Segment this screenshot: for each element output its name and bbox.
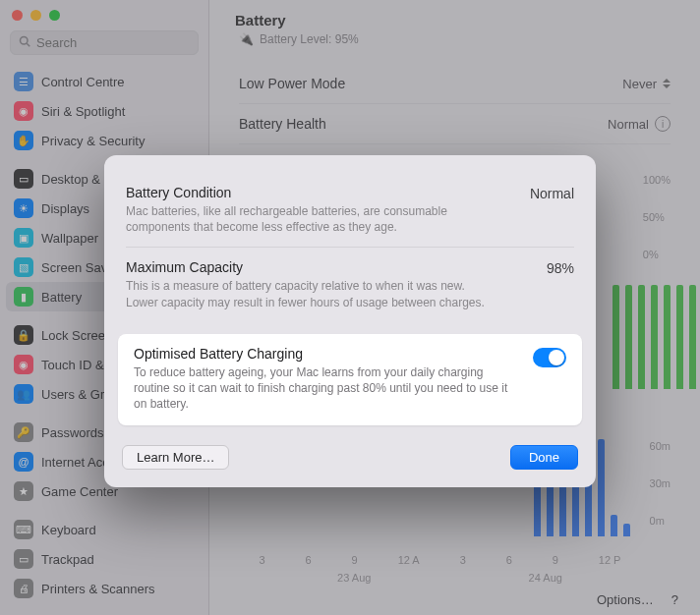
content-footer: Options… ? (597, 592, 678, 607)
row-low-power[interactable]: Low Power Mode Never (239, 64, 671, 104)
sidebar-item-printers[interactable]: 🖨Printers & Scanners (6, 574, 203, 603)
search-field[interactable] (36, 35, 202, 50)
sidebar-item-label: Control Centre (41, 75, 125, 89)
ytick: 50% (643, 211, 671, 223)
ytick: 0m (650, 515, 671, 527)
battery-health-dialog: Battery Condition Mac batteries, like al… (104, 155, 596, 487)
svg-line-1 (27, 43, 29, 46)
toggle-knob (549, 350, 564, 365)
chevron-updown-icon (663, 79, 671, 88)
help-button[interactable]: ? (671, 592, 678, 607)
sidebar-item-privacy[interactable]: ✋Privacy & Security (6, 126, 203, 155)
x-dates: 23 Aug 24 Aug (259, 572, 641, 584)
users-icon: 👥 (14, 384, 33, 404)
plug-icon: 🔌 (239, 32, 254, 46)
keyboard-icon: ⌨ (14, 520, 33, 539)
learn-more-button[interactable]: Learn More… (122, 445, 229, 470)
row-value[interactable]: Normal i (608, 116, 671, 132)
card-description: To reduce battery ageing, your Mac learn… (134, 364, 517, 413)
printer-icon: 🖨 (14, 579, 33, 598)
row-battery-condition: Battery Condition Mac batteries, like al… (126, 173, 574, 247)
minimize-window[interactable] (30, 10, 41, 21)
sidebar-item-control-centre[interactable]: ☰Control Centre (6, 67, 203, 96)
sidebar-item-siri[interactable]: ◉Siri & Spotlight (6, 96, 203, 126)
sidebar-item-trackpad[interactable]: ▭Trackpad (6, 544, 203, 574)
sidebar-item-label: Privacy & Security (41, 134, 145, 148)
done-button[interactable]: Done (510, 445, 578, 470)
row-maximum-capacity: Maximum Capacity This is a measure of ba… (126, 247, 574, 321)
fingerprint-icon: ◉ (14, 355, 33, 374)
display-icon: ☀ (14, 198, 33, 218)
game-icon: ★ (14, 481, 33, 501)
close-window[interactable] (12, 10, 23, 21)
at-icon: @ (14, 452, 33, 472)
info-icon[interactable]: i (655, 116, 671, 132)
row-battery-health[interactable]: Battery Health Normal i (239, 104, 671, 144)
health-value: Normal (608, 117, 649, 132)
row-label: Battery Condition (126, 185, 510, 200)
lock-icon: 🔒 (14, 325, 33, 345)
window-controls (0, 0, 208, 27)
ytick: 100% (643, 174, 671, 186)
trackpad-icon: ▭ (14, 549, 33, 569)
ytick: 30m (650, 477, 671, 489)
row-value: 98% (547, 259, 574, 309)
row-description: This is a measure of battery capacity re… (126, 278, 499, 309)
key-icon: 🔑 (14, 422, 33, 442)
toggles-icon: ☰ (14, 72, 33, 91)
row-label: Battery Health (239, 116, 326, 132)
battery-icon: ▮ (14, 287, 33, 307)
x-hours: 3 6 9 12 A 3 6 9 12 P (239, 554, 641, 566)
search-input[interactable] (10, 30, 199, 55)
siri-icon: ◉ (14, 101, 33, 121)
sidebar-item-label: Printers & Scanners (41, 582, 155, 596)
sidebar-item-label: Lock Screen (41, 328, 112, 343)
fullscreen-window[interactable] (49, 10, 60, 21)
battery-level-text: Battery Level: 95% (260, 32, 359, 46)
optimised-charging-card: Optimised Battery Charging To reduce bat… (118, 334, 582, 426)
sidebar-item-label: Passwords (41, 425, 104, 440)
row-value[interactable]: Never (622, 77, 671, 91)
options-button[interactable]: Options… (597, 592, 654, 607)
sidebar-item-label: Game Center (41, 484, 118, 499)
optimised-charging-toggle[interactable] (533, 348, 566, 367)
sidebar-item-label: Wallpaper (41, 231, 98, 246)
hand-icon: ✋ (14, 131, 33, 150)
ytick: 0% (643, 249, 671, 260)
sidebar-item-label: Siri & Spotlight (41, 104, 125, 119)
page-subtitle: 🔌 Battery Level: 95% (239, 32, 671, 46)
ytick: 60m (650, 440, 671, 452)
card-label: Optimised Battery Charging (134, 346, 517, 362)
dropdown-value: Never (622, 77, 657, 91)
row-description: Mac batteries, like all rechargeable bat… (126, 203, 499, 235)
row-label: Maximum Capacity (126, 259, 527, 275)
page-title: Battery (235, 12, 286, 28)
sidebar-item-label: Trackpad (41, 552, 94, 567)
dock-icon: ▭ (14, 169, 33, 189)
search-icon (19, 35, 30, 50)
sidebar-item-label: Keyboard (41, 523, 96, 537)
row-value: Normal (530, 185, 574, 235)
battery-level-bars (612, 281, 696, 389)
sidebar-item-label: Battery (41, 290, 82, 305)
wallpaper-icon: ▣ (14, 228, 33, 248)
sidebar-item-label: Displays (41, 201, 89, 216)
sidebar-item-keyboard[interactable]: ⌨Keyboard (6, 515, 203, 544)
screensaver-icon: ▧ (14, 257, 33, 277)
row-label: Low Power Mode (239, 76, 345, 91)
svg-point-0 (21, 37, 29, 45)
